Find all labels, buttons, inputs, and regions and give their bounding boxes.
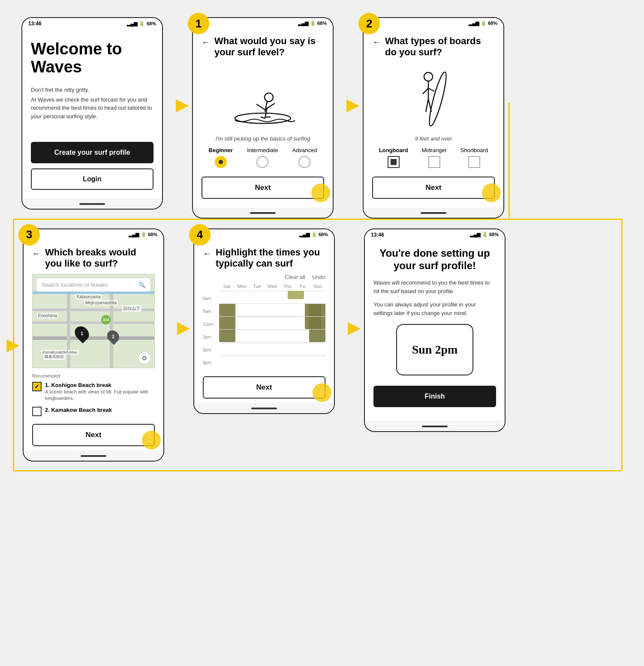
shortboard-label: Shortboard <box>460 147 488 153</box>
map-search-placeholder: Search locations or breaks <box>42 282 108 288</box>
screen4-next-button[interactable]: Next <box>203 376 325 399</box>
create-profile-button[interactable]: Create your surf profile <box>31 142 153 163</box>
screen5-status-bar: 13:46 ▂▄▆ 🔋 68% <box>365 229 505 240</box>
line-9am <box>219 303 325 304</box>
welcome-nav-bar <box>22 198 162 209</box>
arrow-2-3: ▶ <box>346 96 358 114</box>
battery-percent: 68% <box>147 21 156 26</box>
day-headers: Sat Mon Tue Wed Thu Fri Sun <box>219 284 325 289</box>
s4-bottom-bar <box>251 408 277 409</box>
screen3-next-wrap: Next <box>32 424 155 446</box>
screen3-content: ← Which breaks would you like to surf? S… <box>24 240 163 451</box>
screen4-back[interactable]: ← <box>203 249 211 258</box>
beach-checkbox-2[interactable] <box>32 407 42 416</box>
day-fri: Fri <box>295 284 310 289</box>
s5-battery: 🔋 68% <box>482 232 499 237</box>
grid-rows <box>219 291 325 368</box>
grid-area[interactable] <box>219 291 325 369</box>
day-sat: Sat <box>219 284 234 289</box>
map-label-enoshima: Enoshima <box>37 313 58 318</box>
welcome-time: 13:46 <box>28 21 42 27</box>
done-desc-1: Waves will recommend to you the best tim… <box>373 279 496 295</box>
s1-signal: ▂▄▆ <box>298 21 308 26</box>
option-longboard[interactable]: Longboard <box>379 147 408 168</box>
map-pin-1[interactable]: 1 <box>75 326 88 341</box>
map-label-kataseyama: Kataseyama <box>75 294 102 300</box>
screen1-status-bar: ▂▄▆ 🔋 68% <box>193 18 333 29</box>
option-advanced[interactable]: Advanced <box>292 147 317 168</box>
screen1-next-button[interactable]: Next <box>202 177 324 199</box>
screen2-back[interactable]: ← <box>372 37 381 47</box>
block-sun <box>309 303 325 342</box>
longboarder-illustration <box>372 63 495 135</box>
screen4-next-wrap: Next <box>203 376 325 399</box>
s3-signal: ▂▄▆ <box>129 232 139 237</box>
s5-status-icons: ▂▄▆ 🔋 68% <box>470 232 499 237</box>
s5-nav-bar <box>365 421 505 431</box>
screen4-content: ← Highlight the times you typically can … <box>194 240 334 403</box>
shortboard-checkbox[interactable] <box>468 156 480 168</box>
map-pin-2[interactable]: 2 <box>108 330 119 343</box>
midranger-checkbox[interactable] <box>428 156 440 168</box>
screen4-question: Highlight the times you typically can su… <box>216 247 325 270</box>
s2-bottom-bar <box>421 212 446 214</box>
screen1-caption: I'm still picking up the basics of surfi… <box>202 135 324 142</box>
map-label-mejiro: Mejiroyamashita <box>84 300 118 306</box>
screen1-options: Beginner Intermediate Advanced <box>202 147 324 168</box>
beach-info-1: 1. Koshigoe Beach break A scenic beach w… <box>45 381 155 402</box>
time-6pm: 6pm <box>203 344 219 357</box>
screen3-question: Which breaks would you like to surf? <box>45 247 155 270</box>
screen2-next-button[interactable]: Next <box>372 177 495 199</box>
time-labels: 6am 9am 12pm 3pm 6pm 9pm <box>203 284 219 369</box>
day-thu: Thu <box>280 284 295 289</box>
beginner-label: Beginner <box>209 147 233 153</box>
s1-status-icons: ▂▄▆ 🔋 68% <box>298 21 327 26</box>
option-intermediate[interactable]: Intermediate <box>247 147 278 168</box>
s3-bottom-bar <box>81 455 106 457</box>
clear-all-button[interactable]: Clear all <box>285 274 305 280</box>
day-sun: Sun <box>310 284 325 289</box>
svg-line-14 <box>428 99 431 112</box>
screen1-next-highlight <box>311 183 330 202</box>
beach-checkbox-1[interactable]: ✓ <box>32 382 42 391</box>
map-location-button[interactable]: ⊙ <box>138 351 151 364</box>
time-9am: 9am <box>203 305 219 318</box>
screen2-next-highlight <box>482 183 501 202</box>
screen3-back[interactable]: ← <box>32 249 41 258</box>
screen3-next-button[interactable]: Next <box>32 424 155 446</box>
longboard-checkbox[interactable] <box>388 156 400 168</box>
screen1-back[interactable]: ← <box>202 37 210 47</box>
screen1-phone-wrapper: 1 ▂▄▆ 🔋 68% ← What would you say is your… <box>192 17 334 219</box>
undo-button[interactable]: Undo <box>312 274 325 280</box>
arrow-3-4: ▶ <box>177 319 189 337</box>
advanced-radio[interactable] <box>298 156 310 168</box>
surfer-illustration <box>202 63 324 135</box>
line-9pm <box>219 355 325 355</box>
screen2-phone: ▂▄▆ 🔋 68% ← What types of boards do you … <box>363 17 504 219</box>
login-button[interactable]: Login <box>31 168 153 190</box>
recommended-label: Recomended <box>32 373 155 378</box>
screen2-next-wrap: Next <box>372 177 495 199</box>
svg-line-13 <box>426 99 428 112</box>
s3-nav-bar <box>24 450 163 461</box>
finish-button[interactable]: Finish <box>373 386 496 407</box>
welcome-status-icons: ▂▄▆ 🔋 68% <box>127 21 156 27</box>
intermediate-label: Intermediate <box>247 147 278 153</box>
longboarder-svg <box>408 65 459 133</box>
intermediate-radio[interactable] <box>256 156 268 168</box>
road-badge: 304 <box>101 315 111 324</box>
option-beginner[interactable]: Beginner <box>209 147 233 168</box>
option-shortboard[interactable]: Shortboard <box>460 147 488 168</box>
screen4-header: ← Highlight the times you typically can … <box>203 247 325 270</box>
svg-point-2 <box>265 93 273 102</box>
beginner-radio[interactable] <box>215 156 227 168</box>
option-midranger[interactable]: Midranger <box>422 147 447 168</box>
screen5-content: You're done setting up your surf profile… <box>365 240 505 421</box>
welcome-phone: 13:46 ▂▄▆ 🔋 68% Welcome to Waves Don't f… <box>21 17 163 210</box>
line-12pm <box>219 316 325 317</box>
done-title: You're done setting up your surf profile… <box>373 247 496 272</box>
svg-line-12 <box>428 88 434 91</box>
map-search-bar[interactable]: Search locations or breaks 🔍 <box>36 278 151 292</box>
beach-item-1: ✓ 1. Koshigoe Beach break A scenic beach… <box>32 381 155 402</box>
time-3pm: 3pm <box>203 331 219 344</box>
